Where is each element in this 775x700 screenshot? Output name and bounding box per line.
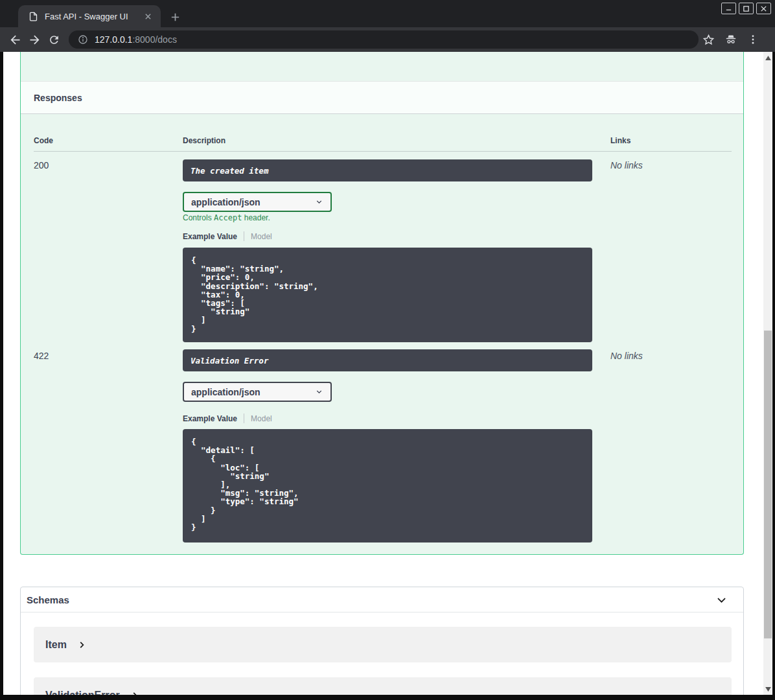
column-header-code: Code (34, 136, 53, 145)
reload-icon (48, 34, 60, 46)
response-links-200: No links (610, 160, 643, 170)
page-icon (29, 12, 38, 21)
reload-button[interactable] (44, 30, 64, 49)
tab-title: Fast API - Swagger UI (45, 12, 141, 21)
response-description-200: The created item (183, 159, 592, 181)
example-json-200: { "name": "string", "price": 0, "descrip… (183, 248, 592, 342)
chevron-down-icon (315, 198, 323, 206)
scrollbar-thumb[interactable] (764, 331, 772, 638)
column-header-description: Description (183, 136, 226, 145)
schema-item-row[interactable]: Item (34, 627, 732, 662)
chevron-down-icon (315, 388, 323, 396)
url-text: 127.0.0.1:8000/docs (95, 34, 177, 45)
chevron-right-icon (77, 640, 86, 649)
tab-model[interactable]: Model (251, 414, 272, 423)
vertical-scrollbar[interactable] (763, 52, 772, 695)
page-content: Responses Code Description Links 200 No … (3, 52, 772, 695)
minimize-icon (725, 5, 732, 12)
example-json-422: { "detail": [ { "loc": [ "string" ], "ms… (183, 429, 592, 542)
address-bar[interactable]: 127.0.0.1:8000/docs (69, 30, 699, 49)
response-description-422: Validation Error (183, 349, 592, 371)
site-info-icon[interactable] (78, 34, 88, 45)
example-model-tabs-422: Example Value Model (183, 414, 272, 423)
schemas-header[interactable]: Schemas (21, 587, 743, 612)
plus-icon (170, 12, 181, 23)
incognito-icon[interactable] (724, 32, 738, 47)
forward-icon (28, 33, 41, 47)
tab-model[interactable]: Model (251, 232, 272, 241)
url-host: 127.0.0.1 (95, 34, 132, 45)
response-code-422: 422 (34, 351, 49, 361)
schema-validationerror-row[interactable]: ValidationError (34, 677, 732, 695)
scroll-up-icon[interactable] (763, 53, 772, 62)
table-divider (34, 151, 732, 152)
chevron-right-icon (130, 691, 139, 695)
accept-header-hint: Controls Accept header. (183, 213, 270, 222)
forward-button[interactable] (25, 30, 44, 49)
tab-separator (244, 414, 244, 423)
tab-example-value[interactable]: Example Value (183, 232, 237, 241)
url-path: :8000/docs (132, 34, 177, 45)
responses-header: Responses (21, 81, 743, 114)
example-model-tabs-200: Example Value Model (183, 231, 272, 241)
tab-bar: Fast API - Swagger UI (0, 0, 775, 27)
responses-section: Responses Code Description Links 200 No … (20, 52, 744, 555)
window-controls (721, 3, 771, 14)
close-button[interactable] (756, 3, 771, 14)
browser-window: Fast API - Swagger UI (0, 0, 775, 700)
schema-name: Item (45, 639, 67, 651)
tab-example-value[interactable]: Example Value (183, 414, 237, 423)
browser-toolbar: 127.0.0.1:8000/docs (0, 27, 775, 52)
tab-close-icon[interactable] (141, 10, 154, 23)
schemas-section: Schemas Item ValidationError (20, 587, 744, 695)
back-icon (8, 33, 22, 47)
tab-separator (244, 231, 244, 241)
response-links-422: No links (610, 351, 643, 361)
back-button[interactable] (5, 30, 25, 49)
toolbar-actions (702, 32, 759, 47)
media-type-select-200[interactable]: application/json (183, 192, 332, 212)
minimize-button[interactable] (721, 3, 736, 14)
maximize-icon (743, 5, 750, 12)
media-type-select-422[interactable]: application/json (183, 382, 332, 402)
new-tab-button[interactable] (167, 9, 183, 25)
scroll-down-icon[interactable] (763, 684, 772, 694)
schemas-heading: Schemas (27, 594, 69, 605)
responses-heading: Responses (34, 93, 82, 103)
response-code-200: 200 (34, 160, 49, 170)
browser-tab[interactable]: Fast API - Swagger UI (18, 5, 161, 27)
bookmark-star-icon[interactable] (702, 34, 715, 46)
column-header-links: Links (610, 136, 630, 145)
chevron-down-icon[interactable] (715, 594, 728, 606)
maximize-button[interactable] (739, 3, 754, 14)
schema-name: ValidationError (45, 690, 120, 695)
menu-dots-icon[interactable] (747, 34, 759, 45)
close-icon (760, 5, 767, 12)
